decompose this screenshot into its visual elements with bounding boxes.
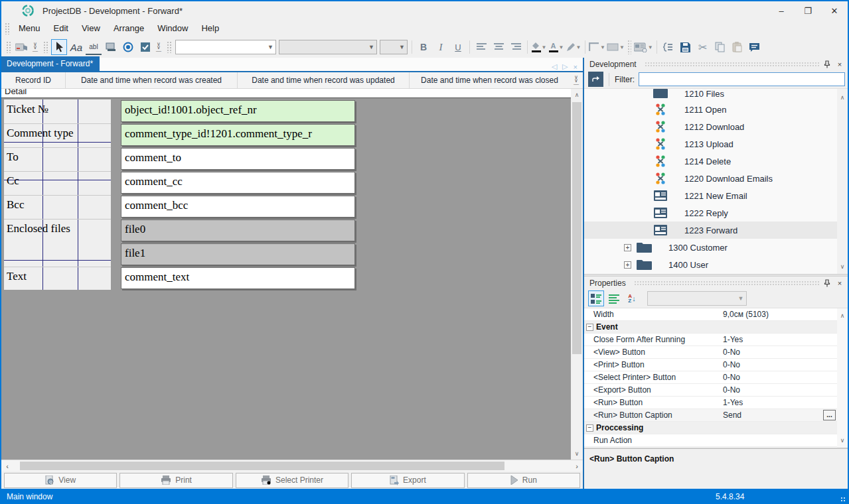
- property-row-run-action[interactable]: Run Action: [584, 434, 848, 447]
- property-row-run-button-caption[interactable]: <Run> Button CaptionSend ...: [584, 409, 848, 422]
- align-left-icon[interactable]: [473, 39, 489, 55]
- radiobutton-tool[interactable]: [120, 39, 136, 55]
- form-label-grid[interactable]: Ticket № Comment type To Cc Bcc Enclosed…: [3, 99, 112, 290]
- panel-close-icon[interactable]: ×: [834, 60, 845, 68]
- tree-item-1214-delete[interactable]: 1214 Delete: [584, 153, 848, 170]
- paste-icon[interactable]: [730, 39, 745, 55]
- scroll-down-icon[interactable]: ∨: [837, 261, 848, 273]
- expand-plus-icon[interactable]: +: [624, 261, 631, 269]
- chooser-field-updated[interactable]: Date and time when record was updated: [238, 72, 410, 88]
- resize-grip[interactable]: [840, 497, 846, 502]
- form-designer-canvas[interactable]: Detail Ticket № Comment type To: [1, 89, 583, 460]
- chooser-overflow-icon[interactable]: ∨∨—: [570, 72, 583, 88]
- sort-az-button[interactable]: AZ↓: [624, 290, 640, 306]
- menu-help[interactable]: Help: [194, 21, 226, 35]
- tree-item-1222-reply[interactable]: 1222 Reply: [584, 204, 848, 221]
- form-field-comment-text[interactable]: comment_text: [121, 267, 355, 289]
- underline-button[interactable]: U: [450, 39, 466, 55]
- filter-input[interactable]: [639, 72, 845, 86]
- property-row-run-button[interactable]: <Run> Button1-Yes: [584, 397, 848, 409]
- property-row-close-form-after-running[interactable]: Close Form After Running1-Yes: [584, 334, 848, 346]
- chooser-field-created[interactable]: Date and time when record was created: [66, 72, 238, 88]
- border-style-button[interactable]: ▼: [589, 39, 605, 55]
- bold-button[interactable]: B: [416, 39, 431, 55]
- property-row-view-button[interactable]: <View> Button0-No: [584, 346, 848, 359]
- comment-icon[interactable]: [747, 39, 763, 55]
- tree-item-1210-files[interactable]: 1210 Files: [584, 89, 848, 101]
- tree-item-1212-download[interactable]: 1212 Download: [584, 118, 848, 135]
- toolbar-grip[interactable]: [6, 41, 11, 53]
- menu-arrange[interactable]: Arrange: [107, 21, 151, 35]
- tree-item-1400-user[interactable]: + 1400 User: [584, 256, 848, 273]
- scroll-up-icon[interactable]: ∧: [571, 89, 583, 101]
- tree-scrollbar[interactable]: ∧ ∨: [837, 89, 848, 274]
- tree-item-1211-open[interactable]: 1211 Open: [584, 101, 848, 118]
- font-size-combo[interactable]: ▼: [279, 40, 377, 54]
- font-color-button[interactable]: A▼: [548, 39, 564, 55]
- menu-menu[interactable]: Menu: [12, 21, 47, 35]
- new-object-icon[interactable]: [14, 39, 30, 55]
- tab-next-icon[interactable]: ▷: [562, 62, 568, 71]
- form-field-comment-bcc[interactable]: comment_bcc: [121, 196, 355, 218]
- select-cursor-tool[interactable]: [51, 39, 67, 55]
- maximize-button[interactable]: ❐: [795, 2, 821, 19]
- scroll-down-icon[interactable]: ∨: [837, 434, 848, 446]
- toolbar-grip[interactable]: [43, 41, 48, 53]
- cut-icon[interactable]: ✂: [695, 39, 711, 55]
- minimize-button[interactable]: –: [768, 2, 795, 19]
- collapse-icon[interactable]: −: [586, 324, 593, 331]
- form-field-comment-cc[interactable]: comment_cc: [121, 172, 355, 194]
- run-button[interactable]: Run: [467, 473, 580, 488]
- scroll-right-icon[interactable]: ›: [571, 460, 583, 472]
- pin-icon[interactable]: [824, 60, 834, 68]
- form-field-comment-to[interactable]: comment_to: [121, 148, 355, 170]
- property-category-proccessing[interactable]: − Proccessing: [584, 422, 848, 434]
- chooser-field-record-id[interactable]: Record ID: [1, 72, 66, 88]
- overflow-chevron-icon[interactable]: ∨∨—: [33, 42, 38, 52]
- canvas-vertical-scrollbar[interactable]: ∧ ∨: [571, 89, 583, 460]
- menu-edit[interactable]: Edit: [47, 21, 75, 35]
- label-tool[interactable]: Aa: [68, 39, 84, 55]
- textbox-tool[interactable]: abl: [86, 39, 102, 55]
- toolbar-grip[interactable]: [167, 41, 172, 53]
- close-button[interactable]: ✕: [821, 2, 848, 19]
- tab-development-forward[interactable]: Development - Forward*: [1, 56, 100, 71]
- align-right-icon[interactable]: [508, 39, 524, 55]
- form-field-object-ref-nr[interactable]: object_id!1001.object_ref_nr: [121, 100, 355, 122]
- copy-icon[interactable]: [712, 39, 728, 55]
- field-card-button[interactable]: ▼: [634, 39, 653, 55]
- form-field-file0[interactable]: file0: [121, 220, 355, 241]
- export-button[interactable]: Export: [351, 473, 464, 488]
- tab-prev-icon[interactable]: ◁: [552, 62, 557, 71]
- property-row-export-button[interactable]: <Export> Button0-No: [584, 384, 848, 397]
- print-button[interactable]: Print: [119, 473, 232, 488]
- form-field-file1[interactable]: file1: [121, 243, 355, 265]
- scroll-up-icon[interactable]: ∧: [837, 310, 848, 322]
- categorized-view-button[interactable]: [588, 290, 604, 306]
- scroll-down-icon[interactable]: ∨: [571, 448, 583, 460]
- property-grid-scrollbar[interactable]: ∧ ∨: [837, 308, 848, 448]
- checkbox-tool[interactable]: [137, 39, 153, 55]
- pen-style-button[interactable]: ▼: [566, 39, 581, 55]
- tree-item-1220-download-emails[interactable]: 1220 Download Emails: [584, 170, 848, 187]
- scroll-left-icon[interactable]: ‹: [1, 460, 13, 472]
- tree-item-1223-forward[interactable]: 1223 Forward: [584, 221, 848, 239]
- alphabetical-view-button[interactable]: [606, 290, 622, 306]
- property-row-select-printer-button[interactable]: <Select Printer> Button0-No: [584, 371, 848, 384]
- align-center-icon[interactable]: [491, 39, 506, 55]
- font-extra-combo[interactable]: ▼: [380, 40, 408, 54]
- frame-style-button[interactable]: ▼: [607, 39, 625, 55]
- tab-close-icon[interactable]: ×: [574, 63, 578, 71]
- view-button[interactable]: Q View: [4, 473, 117, 488]
- italic-button[interactable]: I: [433, 39, 449, 55]
- chooser-field-closed[interactable]: Date and time when record was closed: [410, 72, 570, 88]
- font-family-combo[interactable]: ▼: [175, 40, 276, 54]
- canvas-horizontal-scrollbar[interactable]: ‹ ›: [1, 460, 583, 472]
- property-row-width[interactable]: Width9,0cм (5103): [584, 308, 848, 321]
- save-icon[interactable]: [678, 39, 694, 55]
- toolbar-grip[interactable]: [5, 23, 10, 34]
- panel-close-icon[interactable]: ×: [834, 279, 845, 287]
- tree-item-1213-upload[interactable]: 1213 Upload: [584, 135, 848, 153]
- property-category-event[interactable]: − Event: [584, 321, 848, 334]
- ellipsis-button[interactable]: ...: [823, 410, 836, 420]
